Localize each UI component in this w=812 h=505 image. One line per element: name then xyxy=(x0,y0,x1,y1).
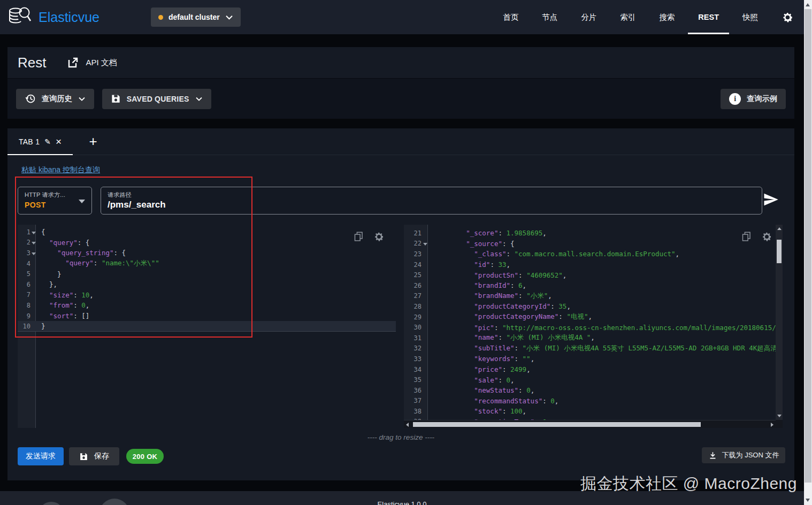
nav-item-REST[interactable]: REST xyxy=(686,0,731,34)
line-number: 37 xyxy=(404,397,422,404)
line-number: 23 xyxy=(404,250,422,258)
close-tab-icon[interactable]: × xyxy=(56,136,62,147)
response-vertical-scrollbar[interactable] xyxy=(776,225,783,420)
brand-title: Elasticvue xyxy=(39,10,99,25)
page-title: Rest xyxy=(18,55,46,71)
code-text: } xyxy=(36,270,62,278)
cluster-status-dot xyxy=(158,15,163,20)
select-caret-icon xyxy=(79,200,85,203)
code-line: 38 "stock": 100, xyxy=(404,406,776,417)
scroll-down-arrow[interactable] xyxy=(777,415,782,417)
line-number: 9 xyxy=(18,312,30,320)
save-query-button[interactable]: 保存 xyxy=(69,447,119,465)
line-number: 33 xyxy=(404,355,422,363)
fold-toggle-icon[interactable] xyxy=(30,230,36,234)
code-text: "from": 0, xyxy=(36,301,89,309)
query-history-label: 查询历史 xyxy=(42,94,72,104)
response-horizontal-scrollbar[interactable] xyxy=(404,420,776,428)
scrollbar-thumb[interactable] xyxy=(777,240,782,263)
send-paper-plane-icon xyxy=(763,192,779,208)
line-number: 36 xyxy=(404,387,422,394)
scrollbar-thumb[interactable] xyxy=(805,9,811,483)
nav-item-索引[interactable]: 索引 xyxy=(608,0,647,34)
cluster-selector[interactable]: default cluster xyxy=(151,7,241,27)
add-tab-button[interactable]: + xyxy=(81,128,105,155)
code-text: "query": { xyxy=(36,239,89,247)
fold-toggle-icon[interactable] xyxy=(30,240,36,244)
nav-item-节点[interactable]: 节点 xyxy=(530,0,569,34)
code-line: 25 "productSn": "4609652", xyxy=(404,270,776,280)
drag-to-resize-hint[interactable]: ---- drag to resize ---- xyxy=(7,433,794,441)
request-path-input[interactable]: 请求路径 /pms/_search xyxy=(101,187,762,215)
line-number: 27 xyxy=(404,292,422,300)
scroll-up-arrow[interactable] xyxy=(806,3,810,6)
fold-toggle-icon[interactable] xyxy=(30,251,36,255)
response-body-panel[interactable]: 21 "_score": 1.9858695,22 "_source": {23… xyxy=(404,225,783,428)
line-number: 38 xyxy=(404,408,422,415)
scroll-down-arrow[interactable] xyxy=(806,499,810,502)
editor-settings-gear-icon[interactable] xyxy=(373,231,385,242)
code-line: 27 "brandName": "小米", xyxy=(404,291,776,302)
page-scrollbar[interactable] xyxy=(804,0,812,505)
nav-item-首页[interactable]: 首页 xyxy=(491,0,530,34)
send-request-icon-button[interactable] xyxy=(763,192,780,209)
settings-gear-icon[interactable] xyxy=(778,8,796,26)
scroll-up-arrow[interactable] xyxy=(777,227,782,230)
line-number: 3 xyxy=(18,249,30,257)
code-text: "query_string": { xyxy=(36,249,126,257)
code-line: 34 "price": 2499, xyxy=(404,364,776,375)
api-doc-link[interactable]: API 文档 xyxy=(66,56,117,69)
code-line: 21 "_score": 1.9858695, xyxy=(404,228,776,239)
request-body-editor[interactable]: 1{2 "query": {3 "query_string": {4 "quer… xyxy=(18,225,396,428)
scroll-left-arrow[interactable] xyxy=(406,423,409,427)
nav-item-快照[interactable]: 快照 xyxy=(731,0,770,34)
edit-tab-icon[interactable]: ✎ xyxy=(44,137,51,146)
code-line: 4 "query": "name:\"小米\"" xyxy=(18,258,396,269)
code-text: "productCategoryId": 35, xyxy=(428,302,571,310)
http-method-select[interactable]: HTTP 请求方... POST xyxy=(18,187,92,215)
code-text: "_score": 1.9858695, xyxy=(428,229,547,237)
nav-links: 首页节点分片索引搜索REST快照 xyxy=(491,0,770,34)
saved-queries-label: SAVED QUERIES xyxy=(127,95,189,103)
line-number: 1 xyxy=(18,228,30,236)
send-request-button[interactable]: 发送请求 xyxy=(18,447,64,465)
code-line: 5 } xyxy=(18,269,396,279)
copy-icon[interactable] xyxy=(741,231,752,242)
nav-item-分片[interactable]: 分片 xyxy=(569,0,608,34)
code-text: } xyxy=(36,322,45,330)
saved-queries-button[interactable]: SAVED QUERIES xyxy=(102,89,211,109)
code-line: 23 "_class": "com.macro.mall.search.doma… xyxy=(404,249,776,259)
code-text: "productSn": "4609652", xyxy=(428,271,566,279)
query-examples-label: 查询示例 xyxy=(747,94,777,104)
line-number: 24 xyxy=(404,261,422,269)
code-line: 3 "query_string": { xyxy=(18,248,396,258)
line-number: 25 xyxy=(404,271,422,279)
nav-item-搜索[interactable]: 搜索 xyxy=(647,0,686,34)
code-text: "pic": "http://macro-oss.oss-cn-shenzhen… xyxy=(428,324,776,332)
code-line: 29 "productCategoryName": "电视", xyxy=(404,312,776,323)
scroll-right-arrow[interactable] xyxy=(771,423,773,427)
code-line: 24 "id": 33, xyxy=(404,259,776,270)
chevron-down-icon xyxy=(195,96,203,102)
paste-kibana-link[interactable]: 粘贴 kibana 控制台查询 xyxy=(21,165,100,175)
line-number: 34 xyxy=(404,366,422,373)
copy-icon[interactable] xyxy=(353,231,364,242)
line-number: 28 xyxy=(404,303,422,310)
http-method-value: POST xyxy=(25,201,85,209)
tab-label: TAB 1 xyxy=(19,137,40,146)
query-examples-button[interactable]: i 查询示例 xyxy=(721,89,786,109)
download-json-button[interactable]: 下载为 JSON 文件 xyxy=(702,447,785,463)
fold-toggle-icon[interactable] xyxy=(422,241,428,246)
api-doc-label: API 文档 xyxy=(86,58,117,68)
code-line: 30 "pic": "http://macro-oss.oss-cn-shenz… xyxy=(404,322,776,333)
tab-1[interactable]: TAB 1 ✎ × xyxy=(7,128,73,155)
scrollbar-thumb[interactable] xyxy=(413,422,701,427)
code-text: "stock": 100, xyxy=(428,407,526,415)
code-text: { xyxy=(36,228,45,236)
line-number: 8 xyxy=(18,302,30,309)
code-line: 10} xyxy=(18,321,396,332)
editor-settings-gear-icon[interactable] xyxy=(761,231,772,242)
query-history-button[interactable]: 查询历史 xyxy=(16,89,94,109)
code-text: "sale": 0, xyxy=(428,376,515,384)
elasticvue-rest-page: Elasticvue default cluster 首页节点分片索引搜索RES… xyxy=(0,0,812,505)
